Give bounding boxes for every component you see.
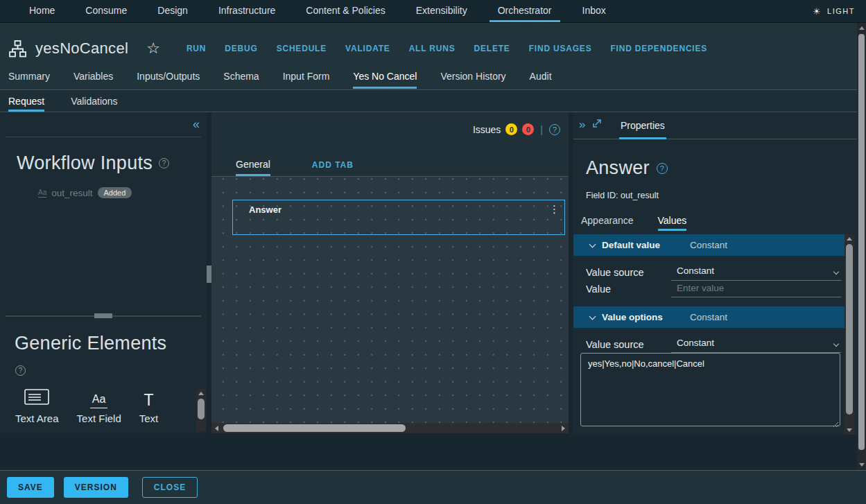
value-input[interactable] — [671, 281, 841, 297]
section-mode: Constant — [690, 312, 727, 322]
options-value-source-select[interactable]: Constant — [671, 336, 841, 353]
value-label: Value — [586, 284, 671, 297]
value-options-textarea[interactable]: yes|Yes,no|No,cancel|Cancel — [580, 353, 840, 426]
default-value-section-header[interactable]: Default value Constant — [573, 234, 845, 256]
find-dependencies-button[interactable]: FIND DEPENDENCIES — [610, 44, 707, 53]
all-runs-button[interactable]: ALL RUNS — [409, 44, 456, 53]
debug-button[interactable]: DEBUG — [225, 44, 257, 53]
favorite-star-icon[interactable]: ☆ — [146, 42, 160, 55]
default-value-row: Value — [586, 281, 841, 297]
form-subtabs: Request Validations — [0, 91, 866, 112]
workflow-inputs-help-icon[interactable]: ? — [159, 158, 169, 168]
default-value-source-row: Value source Constant — [586, 264, 841, 281]
form-canvas[interactable]: Answer ⋮ — [211, 177, 569, 423]
value-options-section-header[interactable]: Value options Constant — [573, 306, 845, 328]
top-nav-items: Home Consume Design Infrastructure Conte… — [14, 0, 621, 22]
scrollbar-thumb[interactable] — [198, 399, 205, 419]
sun-icon: ☀ — [813, 6, 822, 17]
close-button[interactable]: CLOSE — [142, 477, 198, 498]
tab-general[interactable]: General — [236, 155, 270, 176]
palette-text[interactable]: T Text — [139, 392, 159, 424]
left-panel-scrollbar-thumb[interactable] — [207, 266, 211, 283]
nav-item-inbox[interactable]: Inbox — [567, 0, 621, 22]
scroll-right-arrow-icon[interactable] — [562, 426, 565, 431]
nav-item-content-policies[interactable]: Content & Policies — [291, 0, 400, 22]
tab-summary[interactable]: Summary — [8, 66, 50, 89]
canvas-horizontal-scrollbar[interactable] — [211, 423, 569, 433]
workflow-title: yesNoCancel — [35, 40, 128, 58]
subtab-request[interactable]: Request — [8, 91, 44, 112]
value-source-label: Value source — [586, 339, 671, 353]
designer-header: Issues 0 0 | ? General ADD TAB — [211, 113, 569, 177]
nav-item-home[interactable]: Home — [14, 0, 70, 22]
workflow-input-out-result[interactable]: Aa out_result Added — [38, 187, 132, 198]
scroll-up-arrow-icon[interactable] — [859, 26, 865, 30]
collapse-panel-button[interactable]: « — [193, 117, 200, 132]
panel-resize-divider[interactable] — [6, 315, 201, 317]
app-root: Home Consume Design Infrastructure Conte… — [0, 0, 866, 504]
tab-inputs-outputs[interactable]: Inputs/Outputs — [137, 66, 200, 89]
schedule-button[interactable]: SCHEDULE — [277, 44, 327, 53]
field-help-icon[interactable]: ? — [657, 163, 668, 174]
generic-elements-title: Generic Elements — [15, 333, 166, 354]
nav-item-consume[interactable]: Consume — [70, 0, 142, 22]
workflow-title-row: yesNoCancel ☆ RUN DEBUG SCHEDULE VALIDAT… — [0, 23, 866, 66]
run-button[interactable]: RUN — [187, 44, 206, 53]
nav-item-infrastructure[interactable]: Infrastructure — [203, 0, 291, 22]
subtab-validations[interactable]: Validations — [71, 91, 117, 112]
palette-text-field[interactable]: Aa Text Field — [77, 393, 121, 424]
palette-scrollbar[interactable] — [196, 389, 206, 432]
element-palette: Text Area Aa Text Field T Text — [15, 389, 158, 424]
version-button[interactable]: VERSION — [64, 477, 128, 498]
nav-item-extensibility[interactable]: Extensibility — [401, 0, 483, 22]
nav-item-design[interactable]: Design — [142, 0, 203, 22]
field-title-text: Answer — [586, 157, 650, 179]
tab-version-history[interactable]: Version History — [440, 66, 505, 89]
validate-button[interactable]: VALIDATE — [345, 44, 390, 53]
properties-scrollbar[interactable] — [845, 234, 854, 435]
nav-item-orchestrator[interactable]: Orchestrator — [483, 0, 567, 22]
left-panel: « Workflow Inputs ? Aa out_result Added … — [0, 113, 207, 433]
value-source-select[interactable]: Constant — [671, 264, 841, 281]
find-usages-button[interactable]: FIND USAGES — [529, 44, 592, 53]
collapse-right-icon[interactable]: » — [579, 119, 585, 130]
scroll-left-arrow-icon[interactable] — [215, 426, 218, 431]
window-scrollbar[interactable] — [857, 23, 866, 470]
save-button[interactable]: SAVE — [7, 477, 54, 498]
tab-variables[interactable]: Variables — [73, 66, 113, 89]
tab-appearance[interactable]: Appearance — [581, 210, 634, 231]
text-field-icon: Aa — [90, 393, 108, 408]
main-area: « Workflow Inputs ? Aa out_result Added … — [0, 113, 866, 470]
tab-input-form[interactable]: Input Form — [283, 66, 330, 89]
workflow-actions: RUN DEBUG SCHEDULE VALIDATE ALL RUNS DEL… — [187, 44, 707, 53]
expand-panel-icon[interactable] — [592, 119, 602, 131]
palette-label: Text — [139, 412, 159, 424]
issues-label: Issues — [473, 124, 501, 135]
kebab-menu-icon[interactable]: ⋮ — [549, 204, 560, 215]
scroll-up-arrow-icon[interactable] — [198, 392, 204, 395]
scroll-down-arrow-icon[interactable] — [859, 463, 865, 467]
theme-toggle[interactable]: ☀ LIGHT — [813, 6, 855, 17]
generic-elements-help-icon[interactable]: ? — [15, 365, 26, 376]
scrollbar-thumb[interactable] — [846, 244, 853, 415]
answer-field[interactable]: Answer ⋮ — [232, 200, 565, 235]
tab-audit[interactable]: Audit — [530, 66, 552, 89]
section-mode: Constant — [690, 240, 727, 250]
scrollbar-thumb[interactable] — [223, 424, 406, 432]
separator: | — [540, 124, 543, 135]
tab-yes-no-cancel[interactable]: Yes No Cancel — [353, 66, 417, 89]
scroll-down-arrow-icon[interactable] — [847, 428, 852, 432]
palette-text-area[interactable]: Text Area — [15, 389, 59, 424]
designer-help-icon[interactable]: ? — [549, 124, 560, 135]
tab-properties[interactable]: Properties — [619, 113, 666, 139]
resize-handle[interactable] — [94, 313, 112, 318]
tab-values[interactable]: Values — [658, 210, 687, 231]
scroll-up-arrow-icon[interactable] — [847, 237, 852, 241]
text-area-icon — [24, 389, 49, 408]
scrollbar-thumb[interactable] — [858, 34, 865, 450]
tab-schema[interactable]: Schema — [223, 66, 259, 89]
palette-label: Text Field — [77, 412, 121, 424]
add-tab-button[interactable]: ADD TAB — [312, 155, 354, 176]
delete-button[interactable]: DELETE — [474, 44, 510, 53]
properties-tabs: Appearance Values — [581, 210, 686, 231]
